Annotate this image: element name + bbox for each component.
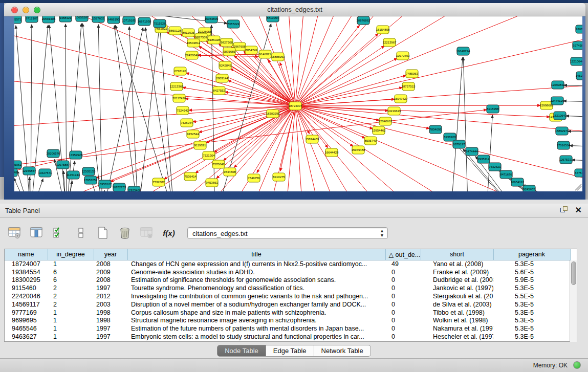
graph-node[interactable]: 15834459 (306, 135, 319, 143)
graph-node[interactable]: 6879197 (453, 140, 465, 148)
table-cell[interactable]: 14569117 (5, 300, 48, 309)
table-cell[interactable]: Corpus callosum shape and size in male p… (127, 309, 385, 317)
table-cell[interactable]: 9777169 (5, 309, 48, 317)
window-resize-grip[interactable] (575, 184, 581, 190)
edge-citation-black[interactable] (138, 30, 159, 191)
graph-node[interactable]: 18300295 (266, 110, 280, 118)
graph-node[interactable]: 16958107 (98, 180, 112, 188)
graph-node[interactable]: 20117426 (172, 94, 186, 102)
graph-node[interactable]: 12093832 (551, 81, 565, 89)
edge-citation-black[interactable] (29, 177, 31, 191)
graph-node[interactable]: 12213967 (383, 38, 397, 47)
column-header-short[interactable]: short (421, 249, 493, 260)
tab-network-table[interactable]: Network Table (314, 345, 371, 356)
graph-node[interactable]: 2803144 (216, 74, 228, 82)
citation-graph[interactable]: 1872400718300295766382288601288912935222… (14, 16, 582, 191)
function-builder-icon[interactable]: f(x) (161, 225, 177, 240)
edge-citation-black[interactable] (129, 27, 138, 191)
delete-rows-icon[interactable] (117, 225, 133, 240)
graph-node[interactable]: 15949488 (352, 146, 365, 154)
table-cell[interactable]: 2 (48, 300, 94, 309)
table-cell[interactable]: 49 (385, 260, 421, 268)
edge-citation-red[interactable] (193, 106, 295, 122)
table-cell[interactable]: 1997 (94, 324, 127, 333)
table-cell[interactable]: Genome-wide association studies in ADHD. (127, 268, 385, 276)
graph-node[interactable]: 15885063 (271, 53, 285, 61)
table-cell[interactable]: 1 (48, 309, 94, 317)
table-cell[interactable]: 5.3E-5 (493, 317, 570, 325)
graph-node[interactable]: 8186328 (208, 36, 220, 44)
graph-node[interactable]: 3915948 (14, 168, 17, 177)
column-header-year[interactable]: year (94, 249, 127, 260)
graph-node[interactable]: 13216639 (387, 107, 401, 115)
edge-citation-black[interactable] (566, 116, 582, 118)
table-cell[interactable]: 2003 (94, 300, 127, 309)
table-cell[interactable]: 9465546 (5, 324, 48, 333)
column-header-title[interactable]: title (127, 249, 385, 260)
graph-node[interactable]: 16648794 (456, 47, 470, 55)
table-cell[interactable]: 0 (385, 324, 421, 333)
graph-node[interactable]: 12156857 (23, 167, 36, 175)
table-scrollbar-thumb[interactable] (571, 261, 576, 285)
graph-node[interactable]: 8570642 (212, 160, 225, 168)
graph-node[interactable]: 15954462 (372, 126, 386, 135)
graph-node[interactable]: 8854749 (245, 46, 257, 54)
graph-node[interactable]: 9358321 (59, 16, 72, 22)
graph-node[interactable]: 7649756 (248, 174, 260, 182)
table-cell[interactable]: Changes of HCN gene expression and I(f) … (127, 260, 385, 268)
graph-node[interactable]: 7521304 (203, 151, 215, 160)
new-table-icon[interactable] (95, 225, 111, 240)
table-cell[interactable]: Tibbo et al. (1998) (421, 309, 493, 317)
graph-node[interactable]: 7357223 (227, 20, 239, 28)
graph-node[interactable]: 12675331 (559, 156, 573, 164)
table-cell[interactable]: 0 (385, 284, 421, 292)
table-cell[interactable]: 1 (48, 260, 94, 268)
graph-node[interactable]: 18757515 (402, 82, 416, 91)
graph-node[interactable]: 7515526 (154, 19, 166, 28)
graph-node[interactable]: 9453661 (206, 179, 218, 187)
graph-node[interactable]: 16047427 (394, 95, 408, 103)
column-select-icon[interactable] (29, 225, 45, 240)
graph-node[interactable]: 7532687 (153, 178, 165, 186)
table-cell[interactable]: 2 (48, 284, 94, 292)
table-cell[interactable]: 5.9E-5 (493, 276, 570, 285)
table-cell[interactable]: 1998 (94, 309, 127, 317)
table-cell[interactable]: 6 (48, 268, 94, 276)
table-cell[interactable]: 0 (385, 292, 421, 300)
graph-node[interactable]: 9274582 (573, 41, 582, 50)
graph-node[interactable]: 8471676 (500, 170, 512, 179)
graph-node[interactable]: 8427552 (213, 86, 225, 95)
graph-node[interactable]: 18724007 (289, 102, 302, 110)
edge-citation-black[interactable] (102, 190, 104, 191)
table-cell[interactable]: 6 (48, 276, 94, 285)
graph-node[interactable]: 9827508 (221, 38, 233, 47)
table-cell[interactable]: 5.3E-5 (493, 300, 570, 309)
edge-citation-black[interactable] (31, 25, 32, 191)
table-row[interactable]: 946362711997Embryonic stem cells: a mode… (5, 333, 570, 341)
graph-node[interactable]: 7935061 (14, 161, 21, 169)
table-cell[interactable]: 5.3E-5 (493, 260, 570, 268)
table-row[interactable]: 2242004622012Investigating the contribut… (5, 292, 570, 300)
table-cell[interactable]: 9115460 (5, 284, 48, 292)
table-cell[interactable]: Jankovic et al. (1997) (421, 284, 493, 292)
table-cell[interactable]: Nakamura et al. (1997) (421, 324, 493, 333)
table-cell[interactable]: 1 (48, 333, 94, 341)
rows-icon[interactable] (73, 225, 89, 240)
table-row[interactable]: 977716911998Corpus callosum shape and si… (5, 309, 570, 317)
table-cell[interactable]: 1998 (94, 317, 127, 325)
table-cell[interactable]: Tourette syndrome. Phenomenology and cla… (127, 284, 385, 292)
graph-node[interactable]: 11451944 (67, 171, 80, 179)
graph-node[interactable]: 12923468 (127, 186, 141, 191)
edge-citation-black[interactable] (82, 24, 102, 191)
edge-citation-black[interactable] (160, 30, 174, 191)
table-row[interactable]: 1872400712008Changes of HCN gene express… (5, 260, 570, 268)
table-cell[interactable]: Yano et al. (2008) (421, 260, 493, 268)
graph-node[interactable]: 8860128 (169, 27, 181, 35)
graph-node[interactable]: 9119391 (194, 141, 206, 149)
edge-citation-red[interactable] (234, 106, 295, 167)
edge-citation-red[interactable] (295, 87, 402, 106)
graph-node[interactable]: 17957253 (84, 176, 98, 184)
graph-node[interactable]: 14529939 (576, 72, 582, 80)
edge-citation-black[interactable] (572, 160, 582, 162)
graph-node[interactable]: 16671938 (138, 17, 151, 26)
